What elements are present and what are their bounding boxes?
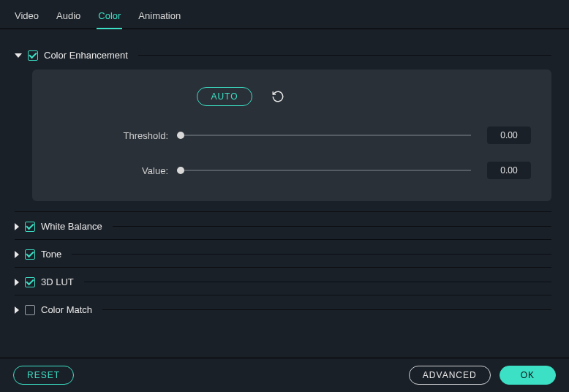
chevron-right-icon <box>15 223 19 230</box>
divider <box>113 226 551 227</box>
section-title: White Balance <box>41 221 102 232</box>
slider-thumb[interactable] <box>177 132 184 139</box>
checkbox-3d-lut[interactable] <box>25 277 35 287</box>
tab-animation[interactable]: Animation <box>137 6 182 29</box>
panel-top-row: AUTO <box>0 87 531 106</box>
divider <box>72 254 551 255</box>
threshold-label: Threshold: <box>53 130 177 141</box>
tab-bar: Video Audio Color Animation <box>0 0 569 29</box>
color-enhancement-panel: AUTO Threshold: 0.00 Value: <box>32 69 551 201</box>
chevron-down-icon <box>15 53 22 58</box>
divider <box>84 282 551 282</box>
checkbox-white-balance[interactable] <box>25 222 35 232</box>
section-title: Color Enhancement <box>44 50 128 61</box>
value-value[interactable]: 0.00 <box>487 162 531 179</box>
value-label: Value: <box>53 165 177 176</box>
advanced-button[interactable]: ADVANCED <box>409 366 491 385</box>
tab-audio[interactable]: Audio <box>55 6 82 29</box>
section-header-color-enhancement[interactable]: Color Enhancement <box>15 42 551 67</box>
section-title: Color Match <box>41 304 92 315</box>
divider <box>138 55 551 56</box>
section-color-enhancement: Color Enhancement AUTO Threshold: 0.00 <box>15 42 551 201</box>
tab-color[interactable]: Color <box>97 6 122 29</box>
checkbox-color-match[interactable] <box>25 305 35 315</box>
section-header-3d-lut[interactable]: 3D LUT <box>15 267 551 293</box>
reset-button[interactable]: RESET <box>13 366 74 385</box>
auto-button[interactable]: AUTO <box>197 87 252 106</box>
section-color-match: Color Match <box>15 295 551 321</box>
value-slider[interactable] <box>177 170 471 171</box>
divider <box>102 309 551 310</box>
ok-button[interactable]: OK <box>500 366 556 385</box>
chevron-right-icon <box>15 306 19 314</box>
reset-icon[interactable] <box>271 90 284 103</box>
checkbox-color-enhancement[interactable] <box>28 50 38 61</box>
chevron-right-icon <box>15 251 19 258</box>
section-3d-lut: 3D LUT <box>15 267 551 293</box>
section-header-tone[interactable]: Tone <box>15 239 551 265</box>
threshold-value[interactable]: 0.00 <box>487 127 531 144</box>
tab-video[interactable]: Video <box>13 6 40 29</box>
section-title: 3D LUT <box>41 276 74 287</box>
section-tone: Tone <box>15 239 551 265</box>
section-title: Tone <box>41 249 61 260</box>
content-area: Color Enhancement AUTO Threshold: 0.00 <box>0 29 569 321</box>
threshold-row: Threshold: 0.00 <box>53 127 531 144</box>
threshold-slider[interactable] <box>177 135 471 136</box>
chevron-right-icon <box>15 279 19 286</box>
slider-thumb[interactable] <box>177 167 184 174</box>
section-header-color-match[interactable]: Color Match <box>15 295 551 321</box>
checkbox-tone[interactable] <box>25 249 35 260</box>
footer-bar: RESET ADVANCED OK <box>0 358 569 392</box>
value-row: Value: 0.00 <box>53 162 531 179</box>
section-white-balance: White Balance <box>15 211 551 238</box>
section-header-white-balance[interactable]: White Balance <box>15 211 551 238</box>
